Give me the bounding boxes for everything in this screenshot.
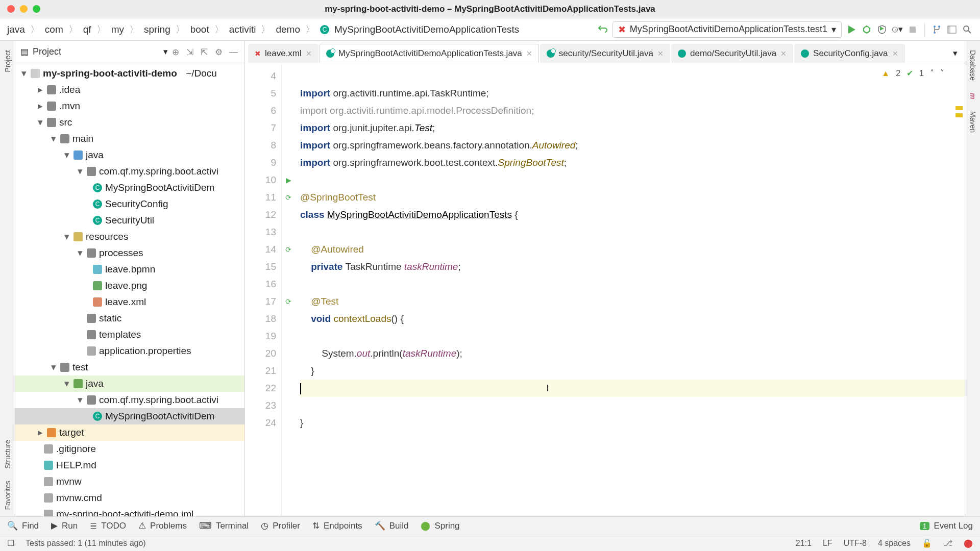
rail-project[interactable]: Project <box>4 50 12 72</box>
run-gutter-icon[interactable]: ▶ <box>283 171 294 189</box>
minimize-icon[interactable]: — <box>229 47 239 57</box>
run-gutter-icon[interactable]: ⟳ <box>283 293 294 310</box>
tree-item[interactable]: java <box>86 148 104 162</box>
reload-icon[interactable] <box>597 24 608 35</box>
tree-item[interactable]: application.properties <box>99 344 191 358</box>
tree-item[interactable]: processes <box>99 246 143 260</box>
tree-item[interactable]: .gitignore <box>56 442 96 456</box>
tree-item-selected[interactable]: MySpringBootActivitiDem <box>105 409 214 423</box>
debug-button[interactable] <box>861 24 872 35</box>
tree-item[interactable]: mvnw.cmd <box>56 491 102 505</box>
tree-item[interactable]: my-spring-boot-activiti-demo.iml <box>56 507 193 516</box>
tree-item[interactable]: SecurityUtil <box>105 213 154 228</box>
tree-item[interactable]: leave.xml <box>105 295 146 309</box>
stop-button[interactable] <box>907 24 918 35</box>
search-icon[interactable] <box>962 24 973 35</box>
tree-item[interactable]: HELP.md <box>56 458 96 472</box>
caret-position[interactable]: 21:1 <box>796 539 812 548</box>
indent-setting[interactable]: 4 spaces <box>878 539 911 548</box>
status-icon[interactable]: ☐ <box>7 538 14 548</box>
endpoints-tool[interactable]: ⇅Endpoints <box>312 520 362 531</box>
file-encoding[interactable]: UTF-8 <box>844 539 867 548</box>
rail-structure[interactable]: Structure <box>4 440 12 469</box>
run-gutter-icon[interactable]: ⟳ <box>283 241 294 258</box>
tree-item[interactable]: .idea <box>59 83 80 97</box>
collapse-icon[interactable]: ⇱ <box>201 47 211 57</box>
minimize-window-button[interactable] <box>20 5 28 13</box>
tree-item[interactable]: leave.bpmn <box>105 262 155 277</box>
breadcrumb[interactable]: java〉 com〉 qf〉 my〉 spring〉 boot〉 activit… <box>7 23 519 36</box>
tree-item[interactable]: mvnw <box>56 474 82 489</box>
project-tree[interactable]: ▾my-spring-boot-activiti-demo ~/Docu ▸.i… <box>15 63 244 516</box>
build-tool[interactable]: 🔨Build <box>375 520 409 531</box>
find-tool[interactable]: 🔍Find <box>7 520 39 531</box>
close-icon[interactable]: ✕ <box>526 49 532 58</box>
breadcrumb-item[interactable]: boot <box>190 24 209 35</box>
tab-demo-util[interactable]: demo/SecurityUtil.java✕ <box>671 44 793 63</box>
tab-overflow-icon[interactable]: ▾ <box>949 44 962 63</box>
memory-indicator[interactable]: ⬤ <box>964 538 973 548</box>
gear-icon[interactable]: ⚙ <box>215 47 225 57</box>
close-icon[interactable]: ✕ <box>657 49 664 58</box>
close-window-button[interactable] <box>7 5 15 13</box>
run-gutter-icon[interactable]: ⟳ <box>283 189 294 206</box>
breadcrumb-item[interactable]: qf <box>83 24 91 35</box>
tree-item[interactable]: resources <box>86 230 128 244</box>
chevron-down-icon[interactable]: ▾ <box>163 46 168 57</box>
tree-item[interactable]: main <box>72 132 93 146</box>
close-icon[interactable]: ✕ <box>892 49 898 58</box>
tree-item[interactable]: com.qf.my.spring.boot.activi <box>99 393 218 407</box>
project-view-icon[interactable]: ▤ <box>20 46 29 57</box>
event-log[interactable]: 1Event Log <box>920 521 973 531</box>
rail-favorites[interactable]: Favorites <box>4 481 12 510</box>
tab-tests-java[interactable]: MySpringBootActivitiDemoApplicationTests… <box>320 44 539 63</box>
tree-item[interactable]: MySpringBootActivitiDem <box>105 181 214 195</box>
profile-button[interactable]: ▾ <box>892 24 903 35</box>
rail-maven-label[interactable]: Maven <box>969 111 977 133</box>
tree-item[interactable]: src <box>59 115 72 130</box>
close-icon[interactable]: ✕ <box>306 49 312 58</box>
git-branch-icon[interactable] <box>931 24 942 35</box>
breadcrumb-item[interactable]: demo <box>276 24 300 35</box>
run-tool[interactable]: ▶Run <box>51 520 78 531</box>
tab-security-config[interactable]: SecurityConfig.java✕ <box>794 44 904 63</box>
breadcrumb-item[interactable]: spring <box>144 24 170 35</box>
run-configuration-selector[interactable]: ✖ MySpringBootActivitiDemoApplicationTes… <box>612 21 842 38</box>
breadcrumb-item[interactable]: java <box>7 24 25 35</box>
problems-tool[interactable]: ⚠Problems <box>138 520 187 531</box>
next-highlight-icon[interactable]: ˅ <box>940 68 944 78</box>
tab-security-util[interactable]: security/SecurityUtil.java✕ <box>540 44 670 63</box>
close-icon[interactable]: ✕ <box>780 49 787 58</box>
tree-item[interactable]: .mvn <box>59 99 80 113</box>
todo-tool[interactable]: ≣TODO <box>90 520 126 531</box>
tree-item[interactable]: test <box>72 360 88 374</box>
breadcrumb-item[interactable]: com <box>45 24 63 35</box>
error-stripe-mark[interactable] <box>955 113 963 117</box>
zoom-window-button[interactable] <box>33 5 40 13</box>
tree-item[interactable]: com.qf.my.spring.boot.activi <box>99 164 218 179</box>
tree-item[interactable]: target <box>59 425 84 440</box>
tree-item[interactable]: SecurityConfig <box>105 197 168 211</box>
breadcrumb-item[interactable]: activiti <box>229 24 256 35</box>
tree-item[interactable]: leave.png <box>105 279 147 293</box>
tree-root[interactable]: my-spring-boot-activiti-demo <box>43 66 177 81</box>
layout-icon[interactable] <box>946 24 958 35</box>
line-separator[interactable]: LF <box>823 539 832 548</box>
code-area[interactable]: 456789101112131415161718192021222324 ▶ ⟳… <box>245 63 965 516</box>
tab-leave-xml[interactable]: ✖leave.xml✕ <box>248 44 318 63</box>
terminal-tool[interactable]: ⌨Terminal <box>199 520 249 531</box>
rail-maven[interactable]: m <box>969 93 977 99</box>
branch-icon[interactable]: ⎇ <box>943 538 952 548</box>
tree-item[interactable]: templates <box>99 328 141 342</box>
profiler-tool[interactable]: ◷Profiler <box>261 520 300 531</box>
run-button[interactable] <box>846 24 857 35</box>
rail-database[interactable]: Database <box>969 50 977 81</box>
expand-icon[interactable]: ⇲ <box>186 47 197 57</box>
locate-icon[interactable]: ⊕ <box>172 47 182 57</box>
spring-tool[interactable]: ⬤Spring <box>421 520 459 531</box>
prev-highlight-icon[interactable]: ˄ <box>930 68 934 78</box>
readonly-icon[interactable]: 🔓 <box>922 538 932 548</box>
tree-item[interactable]: java <box>86 377 104 391</box>
code-text[interactable]: import org.activiti.runtime.api.TaskRunt… <box>295 63 965 516</box>
coverage-button[interactable] <box>876 24 888 35</box>
